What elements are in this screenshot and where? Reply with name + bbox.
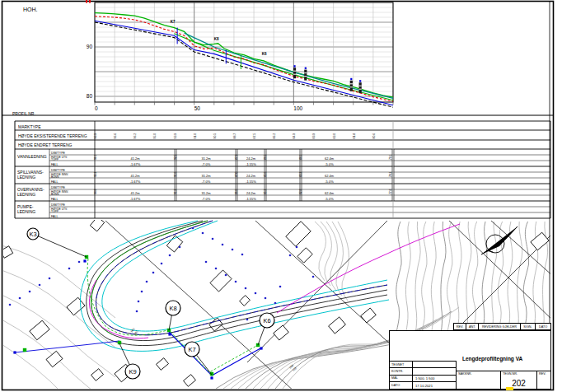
- building: [210, 270, 232, 292]
- chart-kum-label-K7: K7: [171, 20, 176, 24]
- terrain-elevation-tick: 96.9: [94, 133, 97, 139]
- mal-label: MÅL: [390, 376, 413, 381]
- segment-length: 31.2m: [201, 191, 211, 195]
- y-axis-tick: 90: [87, 44, 93, 49]
- building: [531, 232, 549, 250]
- segment-length: 41.2m: [130, 156, 140, 161]
- chart-kum-label-K8: K8: [214, 37, 219, 41]
- segment-length: 24.2m: [246, 174, 256, 178]
- segment-length: 24.2m: [246, 191, 256, 195]
- rev-header-sign: SIGN.: [521, 324, 536, 329]
- tegnet-label: TEGNET: [390, 362, 413, 367]
- profil-nr-label: PROFIL NR.: [12, 111, 35, 116]
- hoh-label: HOH.: [23, 7, 38, 12]
- revision-header-row: REV. ANT. REVIDERING GJELDER SIGN. DATO: [453, 323, 551, 330]
- subrow-hoyde-2: BUNN: [51, 175, 59, 179]
- terrain-elevation-tick: 83.9: [312, 133, 316, 139]
- pipe-elevation-value: 85.6: [264, 171, 267, 177]
- saksnr-label: SAKSNR.: [458, 372, 472, 376]
- red-top-tick: [89, 0, 91, 3]
- series-terreng-eksisterende: [95, 13, 393, 98]
- table-row-marktype: MARKTYPE: [18, 124, 41, 129]
- terrain-elevation-tick: 96.6: [114, 133, 117, 139]
- building: [157, 358, 169, 371]
- segment-fall: -1.55%: [246, 162, 256, 166]
- table-group-pumpe-2: LEDNING: [17, 209, 35, 214]
- pipe-elevation-value: 79.1: [389, 154, 392, 160]
- pipe-elevation-value: 95.2: [94, 171, 97, 177]
- subrow-dim-type: DIM/TYPE: [51, 203, 66, 207]
- kontr-label: KONTR.: [390, 368, 413, 374]
- pipe-elevation-value: 85.2: [264, 189, 267, 194]
- kontr-value: [413, 368, 456, 374]
- building: [91, 369, 104, 381]
- kum-label-K8: K8: [169, 305, 176, 312]
- terrain-elevation-tick: 95.0: [153, 133, 157, 139]
- building: [297, 248, 312, 263]
- building: [240, 296, 251, 306]
- terrain-elevation-tick: 83.0: [333, 133, 336, 139]
- segment-fall: -1.67%: [130, 162, 141, 166]
- pipe-elevation-value: 86.5: [264, 154, 267, 160]
- chart-kum-label-K6: K6: [262, 52, 267, 56]
- rev-header-dato: DATO: [536, 324, 550, 329]
- series-overvannsledning: [95, 22, 393, 107]
- red-top-tick: [86, 0, 87, 3]
- rev-header-gjelder: REVIDERING GJELDER: [479, 324, 521, 329]
- y-axis-tick: 80: [87, 93, 93, 99]
- pipe-elevation-value: 94.8: [94, 189, 97, 194]
- pipe-elevation-value: 96.1: [94, 154, 97, 160]
- segment-fall: -5.0%: [325, 180, 334, 184]
- subrow-hoyde-2: TOPP: [51, 158, 59, 161]
- segment-length: 31.2m: [201, 174, 211, 178]
- terrain-elevation-tick: 90.5: [213, 133, 217, 139]
- drawing-page: HOH. PROFIL NR. K7K8K60501009080 96.996.…: [0, 0, 562, 392]
- segment-length: 31.2m: [201, 156, 211, 161]
- subrow-dim-type: DIM/TYPE: [51, 152, 66, 155]
- segment-fall: -1.67%: [130, 197, 141, 201]
- series-terreng-endret: [185, 33, 393, 98]
- pipe-elevation-value: 91.6: [174, 171, 177, 177]
- subrow-fall: FALL: [51, 215, 58, 218]
- subrow-hoyde-2: TOPP: [51, 210, 59, 213]
- table-group-spillvann-2: LEDNING: [17, 175, 35, 180]
- segment-fall: -7.0%: [202, 162, 211, 166]
- drawing-title: Lengdeprofiltegning VA: [462, 356, 522, 362]
- segment-fall: -1.55%: [246, 197, 256, 201]
- segment-fall: -5.0%: [325, 197, 334, 201]
- table-group-overvann-2: LEDNING: [17, 192, 35, 197]
- building: [286, 222, 311, 246]
- title-block: REV. ANT. REVIDERING GJELDER SIGN. DATO …: [389, 323, 551, 390]
- title-block-info-table: TEGNET KONTR. MÅL 1:500, 1:500 DATO 17.1…: [390, 361, 457, 389]
- x-axis-tick: 100: [293, 105, 302, 111]
- kum-label-K3: K3: [29, 231, 36, 238]
- dato-label: DATO: [390, 382, 413, 389]
- dato-value: 17.10.2021: [413, 382, 456, 389]
- terrain-elevation-tick: 81.8: [353, 133, 356, 139]
- segment-length: 62.4m: [325, 191, 335, 195]
- segment-length: 62.4m: [325, 156, 335, 161]
- building: [67, 297, 85, 315]
- building: [329, 317, 346, 334]
- terrain-elevation-tick: 84.9: [293, 133, 296, 139]
- terrain-elevation-tick: 93.9: [174, 133, 177, 139]
- pipe-elevation-value: 86.6: [235, 189, 238, 194]
- series-spillvannsledning: [95, 21, 393, 105]
- profile-chart: HOH. PROFIL NR. K7K8K60501009080: [12, 0, 393, 116]
- segment-length: 41.2m: [130, 191, 140, 195]
- segment-length: 62.4m: [325, 174, 335, 178]
- profile-table: 96.996.696.295.093.991.090.588.787.586.2…: [15, 121, 550, 218]
- segment-fall: -1.67%: [130, 180, 141, 184]
- building: [46, 351, 63, 366]
- terrain-elevation-tick: 96.2: [133, 133, 137, 139]
- rev-header-ant: ANT.: [466, 324, 479, 329]
- yellow-cursor-mark: [506, 387, 513, 390]
- pipe-elevation-value: 92.5: [174, 154, 177, 160]
- pipe-elevation-value: 78.2: [389, 171, 392, 177]
- terrain-elevation-tick: 80.6: [372, 133, 376, 139]
- title-block-main: TEGNET KONTR. MÅL 1:500, 1:500 DATO 17.1…: [389, 330, 551, 390]
- pipe-elevation-value: 83.2: [299, 171, 302, 177]
- subrow-fall: FALL: [51, 198, 58, 201]
- pipe-elevation-value: 82.8: [299, 189, 302, 194]
- pipe-elevation-value: 87.0: [235, 171, 238, 177]
